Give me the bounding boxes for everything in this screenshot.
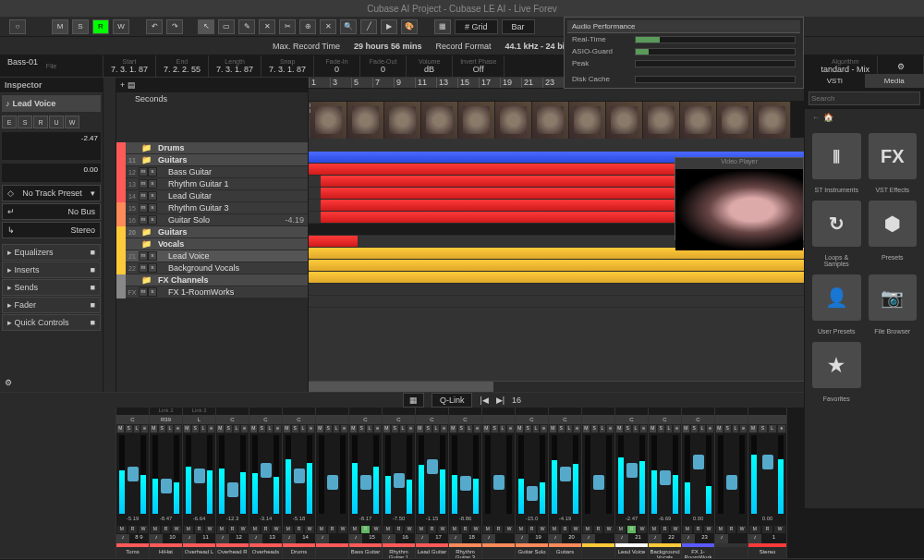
track-row[interactable]: 13msRhythm Guitar 1: [116, 178, 308, 190]
channel-strip[interactable]: Link 2R39MSLe-8.47MRW♪10HiHat: [150, 408, 183, 558]
track-row[interactable]: 11📁Guitars: [116, 154, 308, 166]
channel-strip[interactable]: CMSLe-8.86MRW♪18Rhythm Guitar 3: [449, 408, 482, 558]
channel-strip[interactable]: MSLeMRW♪: [582, 408, 615, 558]
color-tool[interactable]: 🎨: [401, 19, 418, 34]
media-presets[interactable]: ⬢: [869, 201, 918, 247]
track-row[interactable]: 14msLead Guitar: [116, 190, 308, 202]
mixconsole: ▦ Q-Link |◀ ▶| 16 CMSLe-5.19MRW♪8 9TomsL…: [0, 392, 924, 558]
audio-performance-panel: Audio Performance Real-Time ASIO-Guard P…: [564, 17, 804, 89]
inspector-track-name[interactable]: ♪Lead Voice: [2, 95, 101, 112]
channel-strip[interactable]: MSLeMRW♪: [316, 408, 349, 558]
media-search[interactable]: [808, 91, 920, 105]
title-bar: Cubase AI Project - Cubase LE AI - Live …: [0, 0, 924, 17]
channel-strip[interactable]: CMSLe-15.0MRW♪19Guitar Solo: [516, 408, 549, 558]
mute-btn[interactable]: M: [52, 19, 68, 34]
track-list: + ▤ Seconds 📁Drums11📁Guitars12msBass Gui…: [116, 78, 309, 392]
media-user-presets[interactable]: 👤: [812, 274, 861, 321]
snap-toggle[interactable]: ▦: [434, 19, 451, 34]
channel-strip[interactable]: MSLe0.00MRW♪1Stereo: [748, 408, 787, 558]
solo-btn[interactable]: S: [72, 19, 89, 34]
channel-strip[interactable]: CMSLe-1.15MRW♪17Lead Guitar: [416, 408, 449, 558]
split-tool[interactable]: ✂: [279, 19, 296, 34]
line-tool[interactable]: ╱: [360, 19, 377, 34]
media-favorites[interactable]: ★: [812, 342, 861, 388]
arrow-tool[interactable]: ↖: [198, 19, 214, 34]
inspector: Inspector ♪Lead Voice ESRUW -2.47 0.00 ◇…: [0, 78, 103, 392]
section-quick controls[interactable]: ▸ Quick Controls■: [2, 314, 101, 331]
media-tab[interactable]: Media: [865, 74, 925, 88]
insp-btn-R[interactable]: R: [33, 116, 48, 128]
channel-strip[interactable]: CMSLe-7.50MRW♪16Rhythm Guitar 1: [383, 408, 416, 558]
write-btn[interactable]: W: [113, 19, 129, 34]
track-row[interactable]: 21msLead Voice: [116, 250, 308, 262]
channel-strip[interactable]: CMSLe-5.19MRW♪8 9Toms: [116, 408, 150, 558]
track-row[interactable]: 16msGuitar Solo-4.19: [116, 214, 308, 226]
track-row[interactable]: 12msBass Guitar: [116, 166, 308, 178]
grid-select[interactable]: # Grid: [455, 19, 498, 34]
track-row[interactable]: 📁FX Channels: [116, 274, 308, 286]
channel-strip[interactable]: CMSLe-8.17MRW♪15Bass Guitar: [349, 408, 383, 558]
play-tool[interactable]: ▶: [381, 19, 397, 34]
read-btn[interactable]: R: [92, 19, 109, 34]
media-vst-effects[interactable]: FX: [869, 133, 918, 179]
channel-strip[interactable]: MSLeMRW♪: [482, 408, 516, 558]
channel-strip[interactable]: CMSLe0.00MRW♪23FX 1-RoomWork: [682, 408, 715, 558]
config-btn[interactable]: ▦: [403, 393, 424, 408]
bass-label: Bass-01: [7, 57, 38, 67]
track-row[interactable]: 20📁Guitars: [116, 226, 308, 238]
mute-tool[interactable]: ✕: [320, 19, 336, 34]
media-st-instruments[interactable]: ⦀: [812, 133, 861, 179]
insp-btn-W[interactable]: W: [65, 116, 79, 128]
track-row[interactable]: 15msRhythm Guitar 3: [116, 202, 308, 214]
qlink-btn[interactable]: Q-Link: [432, 393, 473, 408]
erase-tool[interactable]: ✕: [259, 19, 275, 34]
bar-select[interactable]: Bar: [502, 19, 535, 34]
media-loops-&-samples[interactable]: ↻: [812, 201, 861, 247]
range-tool[interactable]: ▭: [218, 19, 235, 34]
redo-btn[interactable]: ↷: [166, 19, 183, 34]
visibility-strip[interactable]: [103, 78, 116, 392]
prev-btn[interactable]: |◀: [480, 396, 488, 405]
channel-strip[interactable]: CMSLe-2.47MRW♪21Lead Voice: [615, 408, 649, 558]
track-row[interactable]: FXmsFX 1-RoomWorks: [116, 286, 308, 298]
preset-select[interactable]: ◇No Track Preset▾: [2, 185, 101, 201]
track-row[interactable]: 22msBackground Vocals: [116, 262, 308, 274]
channel-strip[interactable]: Link 2LMSLe-6.64MRW♪11Overhead L: [183, 408, 216, 558]
draw-tool[interactable]: ✎: [238, 19, 255, 34]
insp-btn-U[interactable]: U: [49, 116, 64, 128]
track-row[interactable]: 📁Drums: [116, 142, 308, 154]
config-icon[interactable]: ▤: [128, 80, 136, 90]
insp-btn-S[interactable]: S: [18, 116, 32, 128]
insp-btn-E[interactable]: E: [2, 116, 17, 128]
zoom-tool[interactable]: 🔍: [340, 19, 357, 34]
section-sends[interactable]: ▸ Sends■: [2, 279, 101, 296]
track-row[interactable]: 📁Vocals: [116, 238, 308, 250]
bus-select[interactable]: ↵No Bus: [2, 203, 101, 220]
video-player[interactable]: Video Player: [675, 157, 804, 240]
vsti-tab[interactable]: VSTi: [805, 74, 865, 88]
channel-strip[interactable]: CMSLe-6.69MRW♪22Background Vocals: [649, 408, 682, 558]
section-inserts[interactable]: ▸ Inserts■: [2, 262, 101, 278]
glue-tool[interactable]: ⊕: [299, 19, 316, 34]
section-equalizers[interactable]: ▸ Equalizers■: [2, 244, 101, 261]
undo-btn[interactable]: ↶: [146, 19, 163, 34]
media-rack: VSTi Media ← 🏠 ⦀ST InstrumentsFXVST Effe…: [804, 74, 924, 508]
channel-strip[interactable]: CMSLe-5.18MRW♪14Drums: [283, 408, 316, 558]
output-select[interactable]: ↳Stereo: [2, 222, 101, 238]
channel-strip[interactable]: MSLeMRW♪: [715, 408, 748, 558]
next-btn[interactable]: ▶|: [496, 396, 505, 405]
channel-strip[interactable]: CMSLe-3.14MRW♪13Overheads: [249, 408, 283, 558]
media-file-browser[interactable]: 📷: [869, 274, 918, 321]
add-track-icon[interactable]: +: [120, 80, 125, 90]
section-fader[interactable]: ▸ Fader■: [2, 297, 101, 313]
channel-strip[interactable]: CMSLe-4.19MRW♪20Guitars: [549, 408, 582, 558]
toggle-btn[interactable]: ○: [9, 19, 26, 34]
channel-strip[interactable]: CMSLe-12.3MRW♪12Overhead R: [216, 408, 249, 558]
